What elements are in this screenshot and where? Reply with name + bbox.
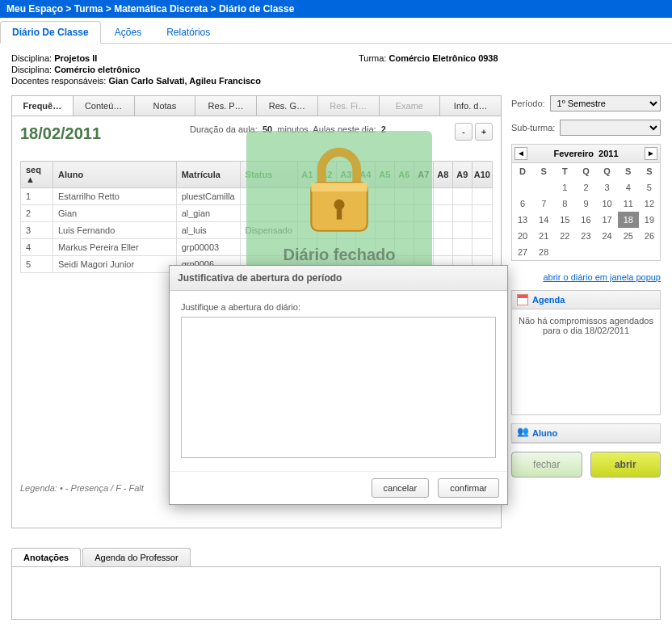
subturma-label: Sub-turma:: [511, 123, 555, 133]
docentes: Docentes responsáveis: Gian Carlo Salvat…: [11, 76, 359, 86]
cal-day[interactable]: 28: [533, 244, 554, 260]
cal-day[interactable]: 16: [575, 212, 596, 228]
crumb[interactable]: Meu Espaço: [6, 3, 63, 15]
cal-day: [512, 179, 533, 196]
crumb[interactable]: Matemática Discreta: [114, 3, 208, 15]
cal-day[interactable]: 15: [554, 212, 575, 228]
cal-day[interactable]: 2: [575, 179, 596, 196]
calendar: ◄ Fevereiro 2011 ► DSTQQSS 1234567891011…: [511, 144, 661, 261]
main-tabs: Diário De Classe Ações Relatórios: [0, 18, 672, 44]
cal-day[interactable]: 5: [639, 179, 660, 196]
col-a10[interactable]: A10: [472, 162, 492, 188]
popup-link[interactable]: abrir o diário em janela popup: [543, 272, 661, 282]
cal-dow: Q: [575, 163, 596, 179]
subtab-resp[interactable]: Res. P…: [195, 95, 257, 116]
cal-day: [618, 244, 639, 260]
cal-day[interactable]: 26: [639, 228, 660, 244]
cal-day[interactable]: 9: [575, 196, 596, 212]
cal-day[interactable]: 1: [554, 179, 575, 196]
lock-icon: [246, 139, 432, 246]
justification-modal: Justificativa de abertura do período Jus…: [169, 265, 508, 505]
cal-dow: Q: [597, 163, 618, 179]
col-matricula[interactable]: Matrícula: [176, 162, 240, 188]
disciplina-1: Disciplina: Projetos II: [11, 53, 359, 63]
col-a9[interactable]: A9: [452, 162, 472, 188]
agenda-text: Não há compromissos agendados para o dia…: [512, 309, 660, 414]
periodo-row: Período: 1º Semestre: [511, 95, 661, 111]
minus-button[interactable]: -: [455, 123, 472, 141]
cal-day: [575, 244, 596, 260]
modal-prompt: Justifique a abertura do diário:: [181, 302, 300, 312]
cal-day[interactable]: 22: [554, 228, 575, 244]
cal-day[interactable]: 13: [512, 212, 533, 228]
cal-day[interactable]: 24: [597, 228, 618, 244]
col-seq[interactable]: seq ▲: [21, 162, 53, 188]
cal-day[interactable]: 7: [533, 196, 554, 212]
col-a8[interactable]: A8: [433, 162, 452, 188]
crumb: Diário de Classe: [219, 3, 294, 15]
svg-rect-2: [337, 208, 342, 220]
subtab-resg[interactable]: Res. G…: [257, 95, 318, 116]
crumb[interactable]: Turma: [74, 3, 103, 15]
bottom-tab-agenda-prof[interactable]: Agenda do Professor: [82, 548, 190, 566]
cal-dow: S: [618, 163, 639, 179]
fechar-button[interactable]: fechar: [511, 452, 582, 477]
breadcrumb: Meu Espaço > Turma > Matemática Discreta…: [0, 0, 672, 18]
cal-day[interactable]: 3: [597, 179, 618, 196]
cal-day[interactable]: 8: [554, 196, 575, 212]
cal-day[interactable]: 18: [618, 212, 639, 228]
periodo-label: Período:: [511, 99, 545, 108]
cal-day[interactable]: 11: [618, 196, 639, 212]
cal-day[interactable]: 14: [533, 212, 554, 228]
subtab-info[interactable]: Info. d…: [440, 95, 502, 116]
cal-day[interactable]: 6: [512, 196, 533, 212]
aluno-panel: Aluno: [511, 423, 661, 444]
subtab-frequencia[interactable]: Frequê…: [11, 95, 74, 116]
tab-diario[interactable]: Diário De Classe: [0, 21, 101, 44]
confirm-button[interactable]: confirmar: [438, 478, 499, 498]
agenda-panel: Agenda Não há compromissos agendados par…: [511, 290, 661, 415]
tab-acoes[interactable]: Ações: [103, 22, 153, 43]
cal-day[interactable]: 25: [618, 228, 639, 244]
turma: Turma: Comércio Eletrônico 0938: [359, 53, 498, 86]
cal-day: [597, 244, 618, 260]
subtab-resfi: Res. Fi…: [318, 95, 380, 116]
calendar-icon: [517, 294, 528, 305]
cal-day[interactable]: 27: [512, 244, 533, 260]
people-icon: [517, 427, 528, 439]
cal-dow: D: [512, 163, 533, 179]
cal-day[interactable]: 12: [639, 196, 660, 212]
cal-next[interactable]: ►: [645, 147, 657, 160]
plus-button[interactable]: +: [475, 123, 493, 141]
anotacoes-body[interactable]: [11, 566, 661, 620]
cal-day[interactable]: 23: [575, 228, 596, 244]
col-aluno[interactable]: Aluno: [53, 162, 177, 188]
cal-day[interactable]: 20: [512, 228, 533, 244]
cal-day[interactable]: 19: [639, 212, 660, 228]
disciplina-2: Disciplina: Comércio eletrônico: [11, 65, 359, 74]
agenda-title: Agenda: [532, 295, 565, 305]
subtab-notas[interactable]: Notas: [135, 95, 196, 116]
cal-dow: S: [533, 163, 554, 179]
cal-day[interactable]: 17: [597, 212, 618, 228]
cal-prev[interactable]: ◄: [514, 147, 527, 160]
cal-day: [554, 244, 575, 260]
periodo-select[interactable]: 1º Semestre: [550, 95, 661, 111]
cal-day[interactable]: 21: [533, 228, 554, 244]
justification-textarea[interactable]: [181, 317, 496, 458]
tab-relatorios[interactable]: Relatórios: [155, 22, 221, 43]
cal-dow: T: [554, 163, 575, 179]
modal-title: Justificativa de abertura do período: [170, 266, 507, 291]
sub-tabs: Frequê… Conteú… Notas Res. P… Res. G… Re…: [11, 95, 502, 116]
cal-title: Fevereiro 2011: [553, 149, 618, 158]
cal-day: [639, 244, 660, 260]
cancel-button[interactable]: cancelar: [372, 478, 430, 498]
abrir-button[interactable]: abrir: [590, 452, 662, 477]
subtab-conteudo[interactable]: Conteú…: [74, 95, 135, 116]
cal-dow: S: [639, 163, 660, 179]
cal-day[interactable]: 10: [597, 196, 618, 212]
bottom-tab-anotacoes[interactable]: Anotações: [11, 548, 81, 566]
subturma-row: Sub-turma:: [511, 120, 661, 136]
subturma-select[interactable]: [560, 120, 661, 136]
cal-day[interactable]: 4: [618, 179, 639, 196]
